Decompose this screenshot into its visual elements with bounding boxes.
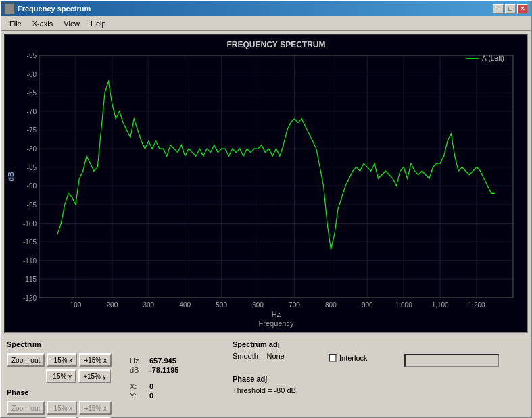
title-bar: Frequency spectrum — □ ✕ xyxy=(1,1,531,16)
spectrum-zoom-section: Spectrum Zoom out -15% x +15% x -15% y +… xyxy=(7,340,122,413)
phase-adj-label: Phase adj xyxy=(233,375,320,383)
main-window: Frequency spectrum — □ ✕ File X-axis Vie… xyxy=(0,0,532,418)
phase-label: Phase xyxy=(7,388,122,396)
spectrum-plus15y-button[interactable]: +15% y xyxy=(78,369,111,383)
hz-label: Hz xyxy=(130,357,147,365)
menu-help[interactable]: Help xyxy=(85,18,112,29)
menu-xaxis[interactable]: X-axis xyxy=(27,18,59,29)
interlock-label: Interlock xyxy=(339,354,368,362)
smooth-label: Smooth = None xyxy=(233,352,320,360)
close-button[interactable]: ✕ xyxy=(517,4,528,14)
spectrum-adj-label: Spectrum adj xyxy=(233,340,320,348)
db-label: dB xyxy=(130,366,147,374)
slider-control[interactable] xyxy=(404,354,499,367)
adj-section: Spectrum adj Smooth = None Phase adj Thr… xyxy=(233,340,320,413)
interlock-row: Interlock xyxy=(329,354,396,362)
app-icon xyxy=(4,3,15,14)
y-label: Y: xyxy=(130,392,147,400)
spectrum-zoom-out-button[interactable]: Zoom out xyxy=(7,353,45,367)
titlebar-buttons: — □ ✕ xyxy=(493,4,528,14)
menu-bar: File X-axis View Help xyxy=(1,16,531,31)
phase-zoom-out-button[interactable]: Zoom out xyxy=(7,401,45,415)
spectrum-zoom-row2: -15% y +15% y xyxy=(7,369,122,383)
maximize-button[interactable]: □ xyxy=(505,4,516,14)
bottom-panel: Spectrum Zoom out -15% x +15% x -15% y +… xyxy=(1,336,531,417)
interlock-section: Interlock xyxy=(329,340,396,413)
spectrum-zoom-row1: Zoom out -15% x +15% x xyxy=(7,353,122,367)
chart-area xyxy=(4,34,528,333)
threshold-label: Threshold = -80 dB xyxy=(233,386,320,394)
hz-value: 657.945 xyxy=(149,357,176,365)
x-value: 0 xyxy=(149,382,153,390)
x-row: X: 0 xyxy=(130,382,224,390)
y-row: Y: 0 xyxy=(130,392,224,400)
db-row: dB -78.1195 xyxy=(130,366,224,374)
spectrum-minus15y-button[interactable]: -15% y xyxy=(46,369,76,383)
spectrum-plus15x-button[interactable]: +15% x xyxy=(79,353,112,367)
window-title: Frequency spectrum xyxy=(18,5,493,13)
slider-section xyxy=(404,340,499,413)
x-label: X: xyxy=(130,382,147,390)
interlock-checkbox[interactable] xyxy=(329,354,337,362)
phase-minus15x-button[interactable]: -15% x xyxy=(47,401,77,415)
y-value: 0 xyxy=(149,392,153,400)
spectrum-minus15x-button[interactable]: -15% x xyxy=(47,353,77,367)
menu-view[interactable]: View xyxy=(58,18,85,29)
hz-row: Hz 657.945 xyxy=(130,357,224,365)
phase-zoom-row1: Zoom out -15% x +15% x xyxy=(7,401,122,415)
info-section: Hz 657.945 dB -78.1195 X: 0 Y: 0 xyxy=(130,340,224,413)
db-value: -78.1195 xyxy=(149,366,178,374)
spectrum-canvas xyxy=(5,35,527,332)
minimize-button[interactable]: — xyxy=(493,4,504,14)
spectrum-label: Spectrum xyxy=(7,340,122,348)
menu-file[interactable]: File xyxy=(4,18,27,29)
phase-plus15x-button[interactable]: +15% x xyxy=(79,401,112,415)
